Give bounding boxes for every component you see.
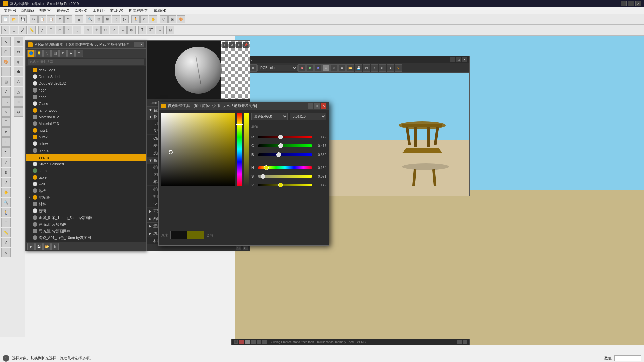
- left-tool-component[interactable]: ⬡: [1, 47, 11, 56]
- material-list-item[interactable]: ▼地板块: [26, 194, 146, 201]
- toolbar-btn-orbit[interactable]: ↺: [140, 15, 148, 23]
- close-btn[interactable]: ✕: [635, 1, 641, 6]
- menu-edit[interactable]: 编辑(E): [19, 7, 37, 14]
- left-tool-line[interactable]: ╱: [1, 87, 11, 97]
- left-tool-zoom[interactable]: 🔍: [1, 198, 11, 207]
- sec-tool-2[interactable]: ⊗: [14, 47, 23, 56]
- toolbar-btn-walkthrough[interactable]: 🚶: [131, 15, 140, 23]
- toolbar-btn-push-pull[interactable]: ⟰: [84, 26, 92, 34]
- toolbar-btn-cut[interactable]: ✂: [30, 15, 38, 23]
- toolbar-btn-zoom-extent[interactable]: ⊞: [103, 15, 111, 23]
- mat-editor-next-btn[interactable]: ▷: [243, 245, 248, 250]
- color-picker-minimize-btn[interactable]: ─: [308, 103, 313, 109]
- vray-tb-ipr[interactable]: ⊙: [75, 50, 83, 57]
- render-tb-white[interactable]: ●: [322, 64, 330, 72]
- toolbar-btn-open[interactable]: 📂: [10, 15, 18, 23]
- cp-r-slider[interactable]: [258, 136, 312, 138]
- render-tb-info[interactable]: ℹ: [387, 64, 394, 72]
- material-list-item[interactable]: 陶瓷_A01_白色_10cm by颜画网: [26, 234, 146, 241]
- left-tool-circle[interactable]: ○: [1, 107, 11, 117]
- vray-tb-lights[interactable]: 💡: [35, 50, 43, 57]
- toolbar-btn-undo[interactable]: ↶: [56, 15, 64, 23]
- material-list-item[interactable]: lamp_wood: [26, 107, 146, 114]
- status-value-input[interactable]: [614, 355, 641, 361]
- toolbar-btn-circle[interactable]: ○: [64, 26, 72, 34]
- left-tool-push[interactable]: ⟰: [1, 127, 11, 137]
- vray-bottom-add[interactable]: 💾: [35, 243, 43, 250]
- toolbar-btn-print[interactable]: 🖨: [75, 15, 83, 23]
- render-maximize-btn[interactable]: □: [456, 57, 461, 62]
- cp-g-slider[interactable]: [258, 144, 312, 147]
- minimize-btn[interactable]: ─: [621, 1, 627, 6]
- toolbar-btn-save[interactable]: 💾: [19, 15, 27, 23]
- toolbar-btn-component[interactable]: ⬡: [160, 15, 168, 23]
- cp-colorspace-select[interactable]: 颜色(sRGB): [251, 113, 288, 120]
- cp-layer-select[interactable]: 0.0到1.0: [290, 113, 326, 120]
- left-tool-texture[interactable]: ▤: [1, 77, 11, 86]
- left-tool-paint[interactable]: 🎨: [1, 57, 11, 66]
- toolbar-btn-group[interactable]: ▣: [168, 15, 176, 23]
- toolbar-btn-material[interactable]: 🎨: [177, 15, 185, 23]
- menu-window[interactable]: 窗口(W): [107, 7, 126, 14]
- preview-tb-fit[interactable]: ⊡: [222, 42, 228, 48]
- cp-h-slider[interactable]: [258, 166, 312, 169]
- toolbar-btn-next-view[interactable]: ▷: [121, 15, 129, 23]
- color-hue-bar[interactable]: [237, 113, 242, 186]
- vray-bottom-delete[interactable]: 🗑: [51, 243, 59, 250]
- material-list-item[interactable]: floor1: [26, 94, 146, 100]
- sec-tool-8[interactable]: ⊙: [14, 107, 23, 117]
- vray-minimize-btn[interactable]: ─: [134, 42, 139, 47]
- preview-tb-pin[interactable]: 📌: [243, 42, 249, 48]
- render-tb-save[interactable]: 💾: [355, 64, 362, 72]
- toolbar-btn-text[interactable]: T: [138, 26, 146, 34]
- sec-tool-1[interactable]: ⊕: [14, 37, 23, 46]
- toolbar-btn-move[interactable]: ✛: [93, 26, 101, 34]
- toolbar-btn-polygon[interactable]: ⬡: [73, 26, 81, 34]
- toolbar-btn-prev-view[interactable]: ◁: [112, 15, 120, 23]
- render-close-btn[interactable]: ✕: [462, 57, 467, 62]
- material-list-item[interactable]: plastic: [26, 147, 146, 154]
- menu-draw[interactable]: 绘图(R): [72, 7, 90, 14]
- sec-tool-4[interactable]: ⬟: [14, 67, 23, 76]
- toolbar-btn-zoom[interactable]: 🔍: [86, 15, 94, 23]
- material-list-item[interactable]: 金属_图案_1.bmp_5cm by颜画网: [26, 214, 146, 221]
- left-tool-orbit[interactable]: ↺: [1, 178, 11, 187]
- left-tool-move[interactable]: ✛: [1, 137, 11, 147]
- render-tb-plus[interactable]: ⊕: [379, 64, 386, 72]
- material-list-item[interactable]: Glass: [26, 100, 146, 107]
- render-tb-g[interactable]: G: [306, 64, 314, 72]
- left-tool-scale[interactable]: ⤢: [1, 158, 11, 167]
- toolbar-btn-line[interactable]: ╱: [38, 26, 46, 34]
- vray-tb-textures[interactable]: ▤: [51, 50, 59, 57]
- menu-camera[interactable]: 镜头(C): [54, 7, 72, 14]
- render-tb-folder[interactable]: 📂: [346, 64, 354, 72]
- menu-file[interactable]: 文件(F): [1, 7, 19, 14]
- vray-tb-geometry[interactable]: ⬡: [43, 50, 51, 57]
- toolbar-btn-arc[interactable]: ⌒: [47, 26, 55, 34]
- material-list-item[interactable]: table: [26, 174, 146, 181]
- vray-tb-settings[interactable]: ⚙: [59, 50, 67, 57]
- material-list-item[interactable]: pillow: [26, 140, 146, 147]
- sec-tool-6[interactable]: △: [14, 87, 23, 97]
- menu-extensions[interactable]: 扩展程序(X): [126, 7, 151, 14]
- cp-new-color-swatch[interactable]: [187, 231, 204, 239]
- render-tb-layer[interactable]: 🗂: [363, 64, 370, 72]
- color-picker-close-btn[interactable]: ✕: [321, 103, 326, 109]
- toolbar-btn-redo[interactable]: ↷: [64, 15, 72, 23]
- toolbar-btn-rotate[interactable]: ↻: [101, 26, 109, 34]
- color-alpha-bar[interactable]: [244, 113, 249, 186]
- left-tool-rect[interactable]: ▭: [1, 97, 11, 107]
- material-list-item[interactable]: Material #13: [26, 120, 146, 127]
- material-list-item[interactable]: 玻璃: [26, 207, 146, 214]
- toolbar-btn-measure[interactable]: 📏: [28, 26, 36, 34]
- toolbar-btn-follow-me[interactable]: ⤷: [119, 26, 127, 34]
- preview-tb-refresh[interactable]: ↺: [229, 42, 235, 48]
- render-minimize-btn[interactable]: ─: [450, 57, 455, 62]
- left-tool-advanced[interactable]: ✕: [1, 248, 11, 257]
- menu-help[interactable]: 帮助(H): [151, 7, 169, 14]
- left-tool-walk[interactable]: 🚶: [1, 208, 11, 217]
- maximize-btn[interactable]: □: [628, 1, 634, 6]
- left-tool-arc[interactable]: ⌒: [1, 117, 11, 127]
- color-picker-restore-btn[interactable]: ○: [314, 103, 320, 109]
- material-list-item[interactable]: floor: [26, 87, 146, 94]
